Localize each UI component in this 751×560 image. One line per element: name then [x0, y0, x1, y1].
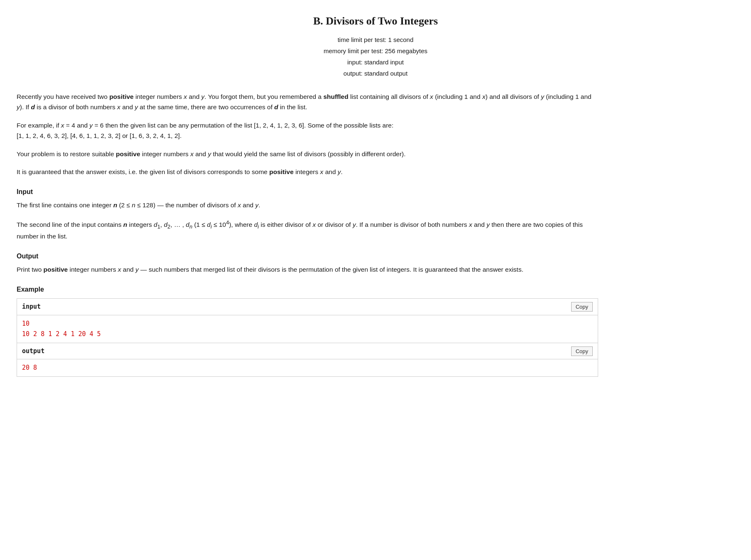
- input-example-block: input Copy 10 10 2 8 1 2 4 1 20 4 5: [17, 298, 598, 343]
- input-example-content: 10 10 2 8 1 2 4 1 20 4 5: [17, 315, 598, 343]
- example-section-title: Example: [17, 284, 598, 295]
- input-example-header: input Copy: [17, 299, 598, 315]
- problem-statement-paragraph: Your problem is to restore suitable posi…: [17, 149, 598, 160]
- page-title: B. Divisors of Two Integers: [17, 12, 734, 30]
- time-limit: time limit per test: 1 second: [17, 34, 734, 45]
- input-description-2: The second line of the input contains n …: [17, 218, 598, 242]
- example-wrapper: input Copy 10 10 2 8 1 2 4 1 20 4 5 outp…: [17, 298, 598, 377]
- output-label: output: [22, 346, 44, 356]
- output-section-title: Output: [17, 251, 598, 262]
- output-example-content: 20 8: [17, 359, 598, 376]
- copy-input-button[interactable]: Copy: [571, 302, 593, 312]
- input-section-title: Input: [17, 187, 598, 197]
- guarantee-paragraph: It is guaranteed that the answer exists,…: [17, 167, 598, 177]
- output-type: output: standard output: [17, 68, 734, 79]
- input-type: input: standard input: [17, 56, 734, 68]
- example-paragraph: For example, if x = 4 and y = 6 then the…: [17, 120, 598, 141]
- memory-limit: memory limit per test: 256 megabytes: [17, 45, 734, 56]
- meta-info: time limit per test: 1 second memory lim…: [17, 34, 734, 79]
- intro-paragraph: Recently you have received two positive …: [17, 91, 598, 113]
- copy-output-button[interactable]: Copy: [571, 346, 593, 356]
- input-label: input: [22, 302, 41, 312]
- output-example-block: output Copy 20 8: [17, 343, 598, 377]
- output-description: Print two positive integer numbers x and…: [17, 264, 598, 275]
- output-example-header: output Copy: [17, 343, 598, 360]
- input-description-1: The first line contains one integer n (2…: [17, 200, 598, 211]
